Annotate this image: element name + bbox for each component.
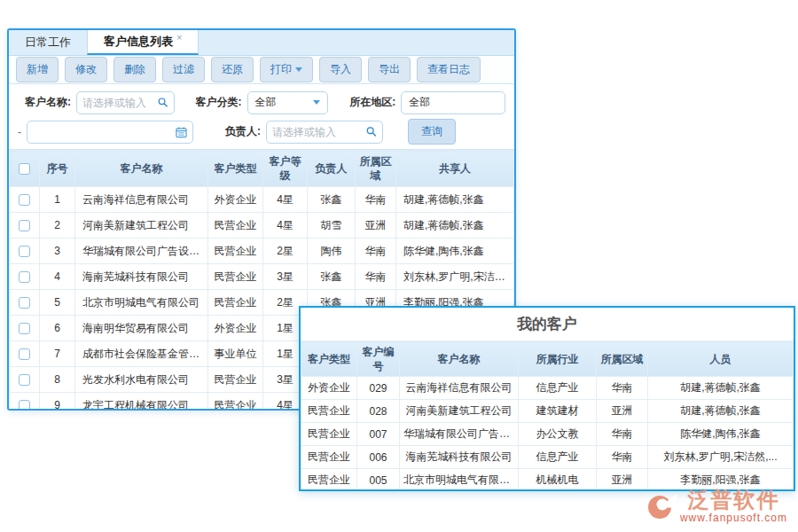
- cell-owner[interactable]: 张鑫: [308, 264, 356, 290]
- table-row[interactable]: 4海南芜城科技有限公司民营企业3星张鑫华南刘东林,罗广明,宋洁然,张鑫: [10, 264, 514, 290]
- cell-industry: 机械机电: [519, 469, 597, 491]
- my-customers-panel: 我的客户 客户类型 客户编号 客户名称 所属行业 所属区域 人员 外资企业029…: [299, 306, 795, 491]
- cell-name[interactable]: 河南美新建筑工程公司: [400, 400, 519, 423]
- cell-name[interactable]: 云南海祥信息有限公司: [400, 377, 519, 400]
- table-row[interactable]: 3华瑞城有限公司广告设计部民营企业2星陶伟华南陈华健,陶伟,张鑫: [10, 239, 514, 264]
- cell-name[interactable]: 河南美新建筑工程公司: [75, 213, 208, 239]
- cell-type: 民营企业: [208, 393, 263, 411]
- owner-input-wrap: [266, 121, 383, 144]
- table-row[interactable]: 民营企业007华瑞城有限公司广告设计部办公文教华南陈华健,陶伟,张鑫: [301, 423, 794, 446]
- cell-name[interactable]: 云南海祥信息有限公司: [75, 187, 208, 213]
- header-owner: 负责人: [308, 151, 356, 187]
- tab-daily-work[interactable]: 日常工作: [9, 30, 87, 55]
- header-type: 客户类型: [208, 151, 263, 187]
- table-header-row: 序号 客户名称 客户类型 客户等级 负责人 所属区域 共享人: [10, 151, 514, 187]
- tab-bar: 日常工作 客户信息列表 ×: [9, 30, 514, 56]
- cell-no: 7: [40, 341, 75, 367]
- customer-name-label: 客户名称:: [25, 95, 71, 110]
- cell-name[interactable]: 龙宇工程机械有限公司: [75, 393, 208, 411]
- add-button[interactable]: 新增: [16, 57, 59, 82]
- cell-name[interactable]: 北京市明城电气有限公司: [400, 469, 519, 491]
- search-button[interactable]: 查询: [408, 119, 456, 145]
- cell-name[interactable]: 华瑞城有限公司广告设计部: [400, 423, 519, 446]
- cell-code[interactable]: 006: [357, 446, 400, 469]
- page: 日常工作 客户信息列表 × 新增 修改 删除 过滤 还原 打印 导入 导出 查看…: [0, 0, 798, 532]
- filter-row-2: - 负责人:: [18, 120, 505, 144]
- tab-close-icon[interactable]: ×: [176, 32, 182, 43]
- toolbar: 新增 修改 删除 过滤 还原 打印 导入 导出 查看日志: [9, 56, 514, 84]
- fanpu-logo-url: www.fanpusoft.com: [680, 512, 787, 523]
- cell-type: 民营企业: [208, 213, 263, 239]
- header-no: 序号: [40, 151, 75, 187]
- search-icon[interactable]: [366, 126, 377, 137]
- cell-name[interactable]: 北京市明城电气有限公司: [75, 290, 208, 316]
- row-checkbox[interactable]: [19, 271, 30, 283]
- cell-code[interactable]: 005: [357, 469, 400, 491]
- row-checkbox[interactable]: [19, 400, 30, 411]
- region-select[interactable]: 全部: [401, 91, 505, 114]
- cell-name[interactable]: 海南明华贸易有限公司: [75, 316, 208, 341]
- region-label: 所在地区:: [349, 95, 395, 110]
- tab-customer-list[interactable]: 客户信息列表 ×: [87, 30, 199, 55]
- print-button[interactable]: 打印: [260, 57, 313, 82]
- cell-name[interactable]: 光发水利水电有限公司: [75, 367, 208, 393]
- header-grade: 客户等级: [263, 151, 308, 187]
- table-row[interactable]: 2河南美新建筑工程公司民营企业4星胡雪亚洲胡建,蒋德帧,张鑫: [10, 213, 514, 239]
- owner-input[interactable]: [272, 126, 366, 138]
- cell-owner[interactable]: 陶伟: [308, 239, 356, 264]
- cell-type: 民营企业: [208, 290, 263, 316]
- cell-owner[interactable]: 张鑫: [308, 187, 356, 213]
- table-row[interactable]: 1云南海祥信息有限公司外资企业4星张鑫华南胡建,蒋德帧,张鑫: [10, 187, 514, 213]
- cell-name[interactable]: 华瑞城有限公司广告设计部: [75, 239, 208, 264]
- cell-region: 亚洲: [597, 400, 648, 423]
- cell-owner[interactable]: 胡雪: [308, 213, 356, 239]
- cell-type: 民营企业: [301, 400, 357, 423]
- row-checkbox[interactable]: [19, 220, 30, 231]
- cell-type: 民营企业: [301, 446, 357, 469]
- table-row[interactable]: 民营企业028河南美新建筑工程公司建筑建材亚洲胡建,蒋德帧,张鑫: [301, 400, 794, 423]
- select-all-checkbox[interactable]: [19, 163, 30, 175]
- header-name: 客户名称: [75, 151, 208, 187]
- table-row[interactable]: 民营企业006海南芜城科技有限公司信息产业华南刘东林,罗广明,宋洁然,...: [301, 446, 794, 469]
- customer-name-input[interactable]: [82, 97, 158, 109]
- cell-no: 5: [40, 290, 75, 316]
- cell-name[interactable]: 海南芜城科技有限公司: [75, 264, 208, 290]
- row-checkbox[interactable]: [19, 323, 30, 334]
- filter-panel: 客户名称: 客户分类: 全部 所在地区: 全部: [9, 84, 514, 150]
- cell-code[interactable]: 007: [357, 423, 400, 446]
- filter-button[interactable]: 过滤: [162, 57, 205, 82]
- chevron-down-icon: [313, 100, 320, 105]
- cell-type: 外资企业: [301, 377, 357, 400]
- customer-category-select[interactable]: 全部: [247, 91, 329, 114]
- row-checkbox[interactable]: [19, 194, 30, 206]
- row-checkbox-cell: [10, 264, 40, 290]
- export-button[interactable]: 导出: [368, 57, 411, 82]
- view-log-button[interactable]: 查看日志: [417, 57, 481, 82]
- cell-type: 外资企业: [208, 316, 263, 341]
- customer-name-input-wrap: [76, 91, 175, 114]
- cell-name[interactable]: 海南芜城科技有限公司: [400, 446, 519, 469]
- delete-button[interactable]: 删除: [113, 57, 156, 82]
- cell-industry: 信息产业: [519, 377, 597, 400]
- import-button[interactable]: 导入: [319, 57, 362, 82]
- date-input-wrap: [27, 121, 193, 144]
- row-checkbox-cell: [10, 187, 40, 213]
- row-checkbox[interactable]: [19, 374, 30, 386]
- search-icon[interactable]: [158, 97, 168, 108]
- restore-button[interactable]: 还原: [211, 57, 254, 82]
- row-checkbox[interactable]: [19, 348, 30, 360]
- row-checkbox[interactable]: [19, 297, 30, 309]
- cell-code[interactable]: 029: [357, 377, 400, 400]
- cell-code[interactable]: 028: [357, 400, 400, 423]
- cell-no: 8: [40, 367, 75, 393]
- table-row[interactable]: 外资企业029云南海祥信息有限公司信息产业华南胡建,蒋德帧,张鑫: [301, 377, 794, 400]
- edit-button[interactable]: 修改: [65, 57, 107, 82]
- cell-industry: 办公文教: [519, 423, 597, 446]
- calendar-icon[interactable]: [176, 126, 187, 138]
- date-input[interactable]: [33, 126, 176, 138]
- cell-shared: 胡建,蒋德帧,张鑫: [396, 213, 514, 239]
- cell-name[interactable]: 成都市社会保险基金管理...: [75, 341, 208, 367]
- cell-grade: 4星: [263, 187, 308, 213]
- cell-type: 民营企业: [208, 264, 263, 290]
- row-checkbox[interactable]: [19, 246, 30, 257]
